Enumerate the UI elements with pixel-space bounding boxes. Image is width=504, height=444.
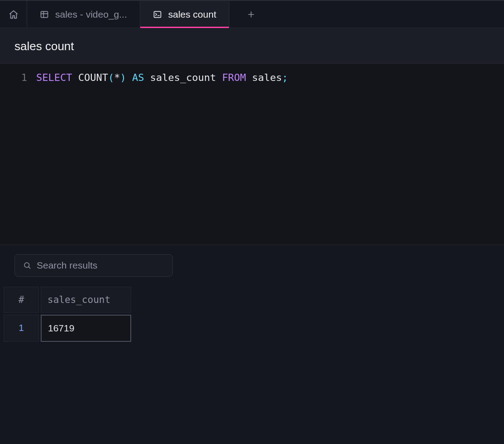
home-button[interactable] — [0, 1, 27, 28]
plus-icon — [247, 10, 256, 19]
results-search[interactable] — [14, 254, 173, 277]
search-input[interactable] — [37, 260, 164, 271]
tab-label: sales - video_g... — [55, 9, 127, 20]
svg-point-7 — [24, 263, 29, 268]
row-number[interactable]: 1 — [4, 315, 39, 342]
table-icon — [40, 10, 49, 19]
new-tab-button[interactable] — [238, 1, 265, 28]
tab-sales-count[interactable]: sales count — [140, 1, 229, 28]
sql-editor[interactable]: 1 SELECT COUNT(*) AS sales_count FROM sa… — [0, 64, 504, 245]
svg-rect-3 — [154, 11, 161, 17]
search-icon — [23, 261, 31, 269]
svg-rect-0 — [41, 11, 48, 17]
result-cell[interactable]: 16719 — [41, 315, 131, 342]
line-number: 1 — [0, 72, 27, 83]
home-icon — [9, 9, 19, 19]
editor-code: SELECT COUNT(*) AS sales_count FROM sale… — [36, 72, 288, 245]
column-header[interactable]: sales_count — [41, 287, 131, 313]
code-line: SELECT COUNT(*) AS sales_count FROM sale… — [36, 72, 288, 83]
tab-label: sales count — [168, 9, 216, 20]
editor-gutter: 1 — [0, 72, 36, 245]
svg-line-8 — [29, 267, 30, 268]
results-grid: # sales_count 1 16719 — [4, 287, 490, 342]
results-panel: # sales_count 1 16719 — [0, 245, 504, 444]
terminal-icon — [153, 10, 162, 19]
tab-sales-table[interactable]: sales - video_g... — [27, 1, 140, 28]
row-number-header: # — [4, 287, 39, 313]
tabbar: sales - video_g... sales count — [0, 1, 504, 28]
page-title: sales count — [0, 28, 504, 64]
app-root: sales - video_g... sales count sales cou… — [0, 0, 504, 444]
